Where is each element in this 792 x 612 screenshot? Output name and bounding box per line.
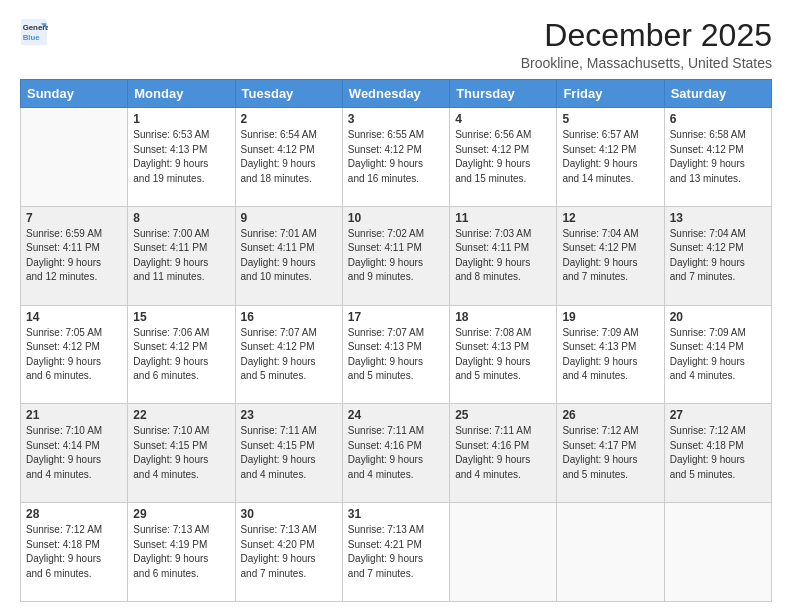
day-number: 22	[133, 408, 229, 422]
calendar-cell: 30Sunrise: 7:13 AM Sunset: 4:20 PM Dayli…	[235, 503, 342, 602]
day-number: 31	[348, 507, 444, 521]
day-info: Sunrise: 7:11 AM Sunset: 4:15 PM Dayligh…	[241, 424, 337, 482]
location: Brookline, Massachusetts, United States	[521, 55, 772, 71]
calendar-cell: 25Sunrise: 7:11 AM Sunset: 4:16 PM Dayli…	[450, 404, 557, 503]
calendar-cell	[450, 503, 557, 602]
calendar-cell: 23Sunrise: 7:11 AM Sunset: 4:15 PM Dayli…	[235, 404, 342, 503]
calendar-cell: 1Sunrise: 6:53 AM Sunset: 4:13 PM Daylig…	[128, 108, 235, 207]
day-info: Sunrise: 7:13 AM Sunset: 4:21 PM Dayligh…	[348, 523, 444, 581]
day-info: Sunrise: 6:54 AM Sunset: 4:12 PM Dayligh…	[241, 128, 337, 186]
day-info: Sunrise: 7:12 AM Sunset: 4:17 PM Dayligh…	[562, 424, 658, 482]
weekday-header-row: SundayMondayTuesdayWednesdayThursdayFrid…	[21, 80, 772, 108]
calendar-cell: 20Sunrise: 7:09 AM Sunset: 4:14 PM Dayli…	[664, 305, 771, 404]
day-number: 13	[670, 211, 766, 225]
day-info: Sunrise: 7:00 AM Sunset: 4:11 PM Dayligh…	[133, 227, 229, 285]
calendar-cell: 2Sunrise: 6:54 AM Sunset: 4:12 PM Daylig…	[235, 108, 342, 207]
day-info: Sunrise: 6:57 AM Sunset: 4:12 PM Dayligh…	[562, 128, 658, 186]
day-info: Sunrise: 7:09 AM Sunset: 4:13 PM Dayligh…	[562, 326, 658, 384]
calendar-cell: 26Sunrise: 7:12 AM Sunset: 4:17 PM Dayli…	[557, 404, 664, 503]
day-info: Sunrise: 7:07 AM Sunset: 4:13 PM Dayligh…	[348, 326, 444, 384]
day-number: 10	[348, 211, 444, 225]
calendar-table: SundayMondayTuesdayWednesdayThursdayFrid…	[20, 79, 772, 602]
day-info: Sunrise: 7:05 AM Sunset: 4:12 PM Dayligh…	[26, 326, 122, 384]
day-info: Sunrise: 6:59 AM Sunset: 4:11 PM Dayligh…	[26, 227, 122, 285]
day-number: 25	[455, 408, 551, 422]
logo-icon: General Blue	[20, 18, 48, 46]
calendar-cell: 22Sunrise: 7:10 AM Sunset: 4:15 PM Dayli…	[128, 404, 235, 503]
calendar-cell: 21Sunrise: 7:10 AM Sunset: 4:14 PM Dayli…	[21, 404, 128, 503]
day-info: Sunrise: 7:07 AM Sunset: 4:12 PM Dayligh…	[241, 326, 337, 384]
day-number: 30	[241, 507, 337, 521]
day-number: 27	[670, 408, 766, 422]
day-info: Sunrise: 7:11 AM Sunset: 4:16 PM Dayligh…	[348, 424, 444, 482]
day-number: 6	[670, 112, 766, 126]
calendar-week-row: 1Sunrise: 6:53 AM Sunset: 4:13 PM Daylig…	[21, 108, 772, 207]
page: General Blue December 2025 Brookline, Ma…	[0, 0, 792, 612]
weekday-header-wednesday: Wednesday	[342, 80, 449, 108]
day-info: Sunrise: 7:06 AM Sunset: 4:12 PM Dayligh…	[133, 326, 229, 384]
calendar-cell: 9Sunrise: 7:01 AM Sunset: 4:11 PM Daylig…	[235, 206, 342, 305]
day-info: Sunrise: 7:02 AM Sunset: 4:11 PM Dayligh…	[348, 227, 444, 285]
calendar-cell: 4Sunrise: 6:56 AM Sunset: 4:12 PM Daylig…	[450, 108, 557, 207]
day-info: Sunrise: 7:04 AM Sunset: 4:12 PM Dayligh…	[670, 227, 766, 285]
header: General Blue December 2025 Brookline, Ma…	[20, 18, 772, 71]
calendar-cell	[557, 503, 664, 602]
calendar-cell: 14Sunrise: 7:05 AM Sunset: 4:12 PM Dayli…	[21, 305, 128, 404]
weekday-header-friday: Friday	[557, 80, 664, 108]
weekday-header-saturday: Saturday	[664, 80, 771, 108]
day-number: 9	[241, 211, 337, 225]
day-number: 28	[26, 507, 122, 521]
weekday-header-sunday: Sunday	[21, 80, 128, 108]
calendar-cell	[21, 108, 128, 207]
day-info: Sunrise: 7:01 AM Sunset: 4:11 PM Dayligh…	[241, 227, 337, 285]
calendar-week-row: 14Sunrise: 7:05 AM Sunset: 4:12 PM Dayli…	[21, 305, 772, 404]
day-info: Sunrise: 7:13 AM Sunset: 4:20 PM Dayligh…	[241, 523, 337, 581]
day-number: 7	[26, 211, 122, 225]
day-info: Sunrise: 6:56 AM Sunset: 4:12 PM Dayligh…	[455, 128, 551, 186]
calendar-cell: 13Sunrise: 7:04 AM Sunset: 4:12 PM Dayli…	[664, 206, 771, 305]
day-number: 1	[133, 112, 229, 126]
day-number: 17	[348, 310, 444, 324]
day-info: Sunrise: 7:10 AM Sunset: 4:14 PM Dayligh…	[26, 424, 122, 482]
day-info: Sunrise: 7:10 AM Sunset: 4:15 PM Dayligh…	[133, 424, 229, 482]
weekday-header-tuesday: Tuesday	[235, 80, 342, 108]
day-number: 20	[670, 310, 766, 324]
day-number: 4	[455, 112, 551, 126]
calendar-cell: 7Sunrise: 6:59 AM Sunset: 4:11 PM Daylig…	[21, 206, 128, 305]
month-title: December 2025	[521, 18, 772, 53]
calendar-cell: 29Sunrise: 7:13 AM Sunset: 4:19 PM Dayli…	[128, 503, 235, 602]
calendar-cell: 24Sunrise: 7:11 AM Sunset: 4:16 PM Dayli…	[342, 404, 449, 503]
calendar-cell: 12Sunrise: 7:04 AM Sunset: 4:12 PM Dayli…	[557, 206, 664, 305]
day-info: Sunrise: 7:09 AM Sunset: 4:14 PM Dayligh…	[670, 326, 766, 384]
svg-text:Blue: Blue	[23, 33, 41, 42]
calendar-week-row: 7Sunrise: 6:59 AM Sunset: 4:11 PM Daylig…	[21, 206, 772, 305]
calendar-week-row: 28Sunrise: 7:12 AM Sunset: 4:18 PM Dayli…	[21, 503, 772, 602]
day-info: Sunrise: 7:12 AM Sunset: 4:18 PM Dayligh…	[26, 523, 122, 581]
calendar-cell: 19Sunrise: 7:09 AM Sunset: 4:13 PM Dayli…	[557, 305, 664, 404]
day-number: 2	[241, 112, 337, 126]
calendar-cell: 18Sunrise: 7:08 AM Sunset: 4:13 PM Dayli…	[450, 305, 557, 404]
weekday-header-thursday: Thursday	[450, 80, 557, 108]
day-info: Sunrise: 6:53 AM Sunset: 4:13 PM Dayligh…	[133, 128, 229, 186]
day-number: 19	[562, 310, 658, 324]
calendar-cell: 27Sunrise: 7:12 AM Sunset: 4:18 PM Dayli…	[664, 404, 771, 503]
calendar-cell: 11Sunrise: 7:03 AM Sunset: 4:11 PM Dayli…	[450, 206, 557, 305]
title-area: December 2025 Brookline, Massachusetts, …	[521, 18, 772, 71]
day-info: Sunrise: 6:55 AM Sunset: 4:12 PM Dayligh…	[348, 128, 444, 186]
day-number: 23	[241, 408, 337, 422]
logo: General Blue	[20, 18, 48, 46]
day-number: 11	[455, 211, 551, 225]
calendar-cell: 10Sunrise: 7:02 AM Sunset: 4:11 PM Dayli…	[342, 206, 449, 305]
day-number: 26	[562, 408, 658, 422]
day-number: 14	[26, 310, 122, 324]
day-info: Sunrise: 7:04 AM Sunset: 4:12 PM Dayligh…	[562, 227, 658, 285]
day-info: Sunrise: 7:13 AM Sunset: 4:19 PM Dayligh…	[133, 523, 229, 581]
calendar-cell: 15Sunrise: 7:06 AM Sunset: 4:12 PM Dayli…	[128, 305, 235, 404]
calendar-cell: 5Sunrise: 6:57 AM Sunset: 4:12 PM Daylig…	[557, 108, 664, 207]
day-info: Sunrise: 7:12 AM Sunset: 4:18 PM Dayligh…	[670, 424, 766, 482]
day-number: 29	[133, 507, 229, 521]
calendar-cell: 28Sunrise: 7:12 AM Sunset: 4:18 PM Dayli…	[21, 503, 128, 602]
calendar-cell: 16Sunrise: 7:07 AM Sunset: 4:12 PM Dayli…	[235, 305, 342, 404]
day-info: Sunrise: 7:08 AM Sunset: 4:13 PM Dayligh…	[455, 326, 551, 384]
calendar-cell: 31Sunrise: 7:13 AM Sunset: 4:21 PM Dayli…	[342, 503, 449, 602]
